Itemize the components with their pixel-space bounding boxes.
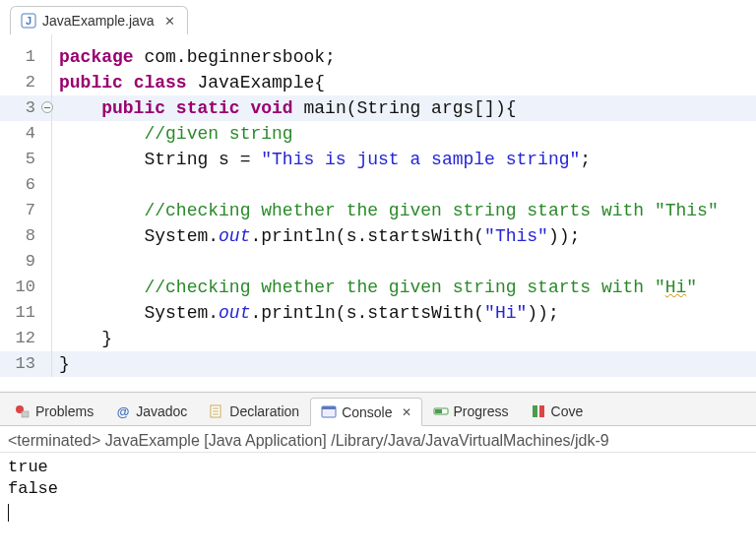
line-number: 9 <box>0 249 39 275</box>
code-line[interactable]: 11 System.out.println(s.startsWith("Hi")… <box>0 300 756 326</box>
code-line[interactable]: 4 //given string <box>0 121 756 147</box>
tab-progress[interactable]: Progress <box>422 397 520 425</box>
code-line[interactable]: 13} <box>0 351 756 377</box>
svg-rect-3 <box>22 411 29 417</box>
problems-icon <box>15 403 31 419</box>
tab-label: Progress <box>454 403 509 419</box>
line-number: 3 <box>0 95 39 121</box>
declaration-icon <box>209 403 224 419</box>
code-line[interactable]: 1package com.beginnersbook; <box>0 44 756 70</box>
code-text[interactable]: //checking whether the given string star… <box>59 275 756 300</box>
code-line[interactable]: 3 public static void main(String args[])… <box>0 95 756 121</box>
code-text[interactable]: public static void main(String args[]){ <box>59 95 756 121</box>
tab-label: Problems <box>35 403 94 419</box>
tab-label: Console <box>342 404 392 420</box>
javadoc-icon: @ <box>115 403 131 419</box>
tab-console[interactable]: Console ✕ <box>310 398 421 426</box>
code-line[interactable]: 8 System.out.println(s.startsWith("This"… <box>0 223 756 249</box>
code-line[interactable]: 12 } <box>0 326 756 351</box>
code-text[interactable]: } <box>59 326 756 351</box>
tab-coverage[interactable]: Cove <box>520 397 595 425</box>
line-number: 4 <box>0 121 39 147</box>
close-icon[interactable]: ✕ <box>160 14 175 29</box>
code-text[interactable]: String s = "This is just a sample string… <box>59 147 756 172</box>
code-text[interactable]: package com.beginnersbook; <box>59 44 756 70</box>
console-status: <terminated> JavaExample [Java Applicati… <box>0 426 756 453</box>
code-text[interactable]: //given string <box>59 121 756 147</box>
line-number: 5 <box>0 147 39 172</box>
line-number: 10 <box>0 275 39 300</box>
bottom-tabstrip: Problems @ Javadoc Declaration <box>0 393 756 426</box>
line-number: 6 <box>0 172 39 198</box>
svg-rect-13 <box>539 405 544 417</box>
console-output[interactable]: true false <box>0 453 756 526</box>
tab-javadoc[interactable]: @ Javadoc <box>104 397 198 425</box>
code-text[interactable]: //checking whether the given string star… <box>59 198 756 223</box>
line-number: 12 <box>0 326 39 351</box>
text-cursor <box>8 504 9 522</box>
progress-icon <box>433 403 449 419</box>
gutter-divider <box>51 34 52 377</box>
code-text[interactable]: System.out.println(s.startsWith("Hi")); <box>59 300 756 326</box>
bottom-panel: Problems @ Javadoc Declaration <box>0 392 756 557</box>
line-number: 11 <box>0 300 39 326</box>
console-icon <box>321 404 337 420</box>
editor-area: J JavaExample.java ✕ 1package com.beginn… <box>0 0 756 392</box>
svg-rect-11 <box>435 409 442 413</box>
code-line[interactable]: 7 //checking whether the given string st… <box>0 198 756 223</box>
code-line[interactable]: 6 <box>0 172 756 198</box>
fold-toggle-icon[interactable] <box>41 101 53 113</box>
code-line[interactable]: 2public class JavaExample{ <box>0 70 756 95</box>
editor-file-tab[interactable]: J JavaExample.java ✕ <box>10 6 188 34</box>
code-text[interactable]: System.out.println(s.startsWith("This"))… <box>59 223 756 249</box>
svg-text:J: J <box>26 15 32 27</box>
line-number: 2 <box>0 70 39 95</box>
code-line[interactable]: 5 String s = "This is just a sample stri… <box>0 147 756 172</box>
tab-problems[interactable]: Problems <box>4 397 104 425</box>
coverage-icon <box>531 403 546 419</box>
tab-declaration[interactable]: Declaration <box>198 397 310 425</box>
svg-rect-9 <box>322 406 336 409</box>
tab-label: Javadoc <box>136 403 187 419</box>
java-file-icon: J <box>21 13 36 29</box>
code-text[interactable]: } <box>59 351 756 377</box>
tab-label: Cove <box>551 403 584 419</box>
code-line[interactable]: 10 //checking whether the given string s… <box>0 275 756 300</box>
code-editor[interactable]: 1package com.beginnersbook;2public class… <box>0 34 756 377</box>
line-number: 1 <box>0 44 39 70</box>
svg-rect-12 <box>533 405 537 417</box>
close-icon[interactable]: ✕ <box>398 405 411 419</box>
code-line[interactable]: 9 <box>0 249 756 275</box>
code-text[interactable]: public class JavaExample{ <box>59 70 756 95</box>
line-number: 7 <box>0 198 39 223</box>
editor-tab-filename: JavaExample.java <box>42 13 155 29</box>
line-number: 13 <box>0 351 39 377</box>
tab-label: Declaration <box>229 403 299 419</box>
line-number: 8 <box>0 223 39 249</box>
